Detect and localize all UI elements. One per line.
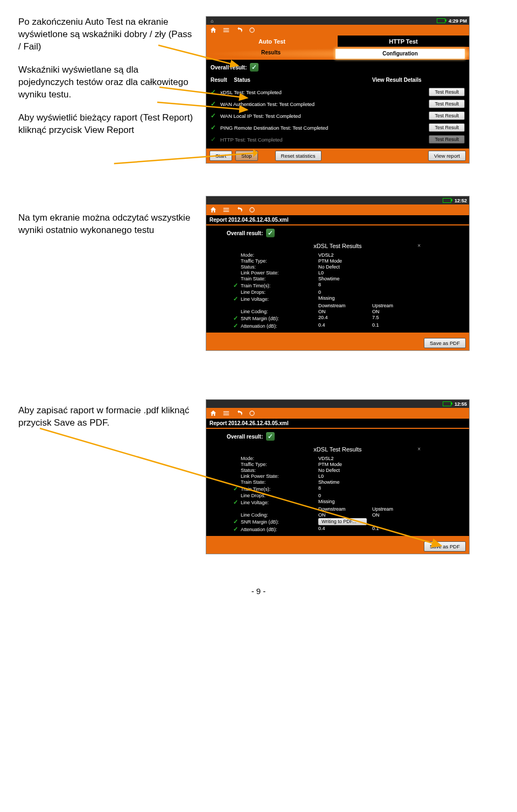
clock: 4:29 PM bbox=[449, 18, 467, 24]
param-value bbox=[372, 290, 421, 295]
menu-icon[interactable] bbox=[222, 409, 230, 417]
circle-icon[interactable] bbox=[248, 206, 256, 214]
param-value: Downstream bbox=[318, 506, 367, 512]
menu-icon[interactable] bbox=[222, 26, 230, 34]
param-value bbox=[372, 270, 421, 276]
back-icon[interactable] bbox=[235, 409, 243, 417]
test-name: WAN Authentication Test: Test Completed bbox=[220, 101, 429, 107]
battery-icon bbox=[443, 198, 451, 203]
param-label: Train State: bbox=[243, 479, 313, 485]
subtab-results[interactable]: Results bbox=[206, 48, 336, 60]
param-value: 0 bbox=[318, 290, 367, 295]
home-icon[interactable] bbox=[209, 26, 217, 34]
param-value: 0.4 bbox=[318, 526, 367, 533]
menu-icon[interactable] bbox=[222, 206, 230, 214]
statusbar: ⌂ 4:29 PM bbox=[206, 17, 469, 25]
param-value: 8 bbox=[318, 485, 367, 492]
close-icon[interactable]: × bbox=[417, 243, 421, 249]
param-value: No Defect bbox=[318, 468, 367, 473]
report-title: Report 2012.04.26.12.43.05.xml bbox=[206, 215, 469, 225]
back-icon[interactable] bbox=[235, 26, 243, 34]
svg-point-0 bbox=[250, 28, 254, 32]
check-icon: ✓ bbox=[233, 322, 241, 329]
top-toolbar bbox=[206, 408, 469, 419]
save-as-pdf-button[interactable]: Save as PDF bbox=[424, 338, 466, 348]
check-icon: ✓ bbox=[211, 124, 220, 131]
tab-http-test[interactable]: HTTP Test bbox=[338, 36, 469, 48]
battery-icon bbox=[437, 18, 445, 23]
overall-label: Overall result: bbox=[227, 230, 263, 236]
param-value bbox=[372, 282, 421, 289]
reset-statistics-button[interactable]: Reset statistics bbox=[275, 151, 322, 161]
param-value: ON bbox=[372, 309, 421, 314]
param-label: Line Drops: bbox=[243, 290, 313, 295]
param-label: ✓SNR Margin (dB): bbox=[243, 518, 313, 525]
param-value: PTM Mode bbox=[318, 462, 367, 467]
param-value bbox=[372, 456, 421, 461]
clock: 12:52 bbox=[455, 198, 467, 203]
param-value bbox=[372, 479, 421, 485]
param-value bbox=[372, 518, 421, 525]
param-value: VDSL2 bbox=[318, 456, 367, 461]
check-icon: ✓ bbox=[233, 518, 241, 525]
circle-icon[interactable] bbox=[248, 26, 256, 34]
view-report-button[interactable]: View report bbox=[428, 151, 466, 161]
param-value: Missing bbox=[318, 499, 367, 506]
param-value: No Defect bbox=[318, 264, 367, 270]
param-value: L0 bbox=[318, 474, 367, 479]
param-value: Upstream bbox=[372, 303, 421, 308]
home-icon[interactable] bbox=[209, 206, 217, 214]
statusbar: 12:52 bbox=[206, 196, 469, 204]
screenshot-report-saving: 12:55 Report 2012.04.26.12.43.05.xml Ove… bbox=[206, 399, 470, 554]
screenshot-report-view: 12:52 Report 2012.04.26.12.43.05.xml Ove… bbox=[206, 196, 470, 351]
tab-auto-test[interactable]: Auto Test bbox=[206, 36, 338, 48]
param-value bbox=[372, 462, 421, 467]
desc-1c: Aby wyświetlić bieżący raport (Test Repo… bbox=[18, 112, 196, 137]
svg-point-5 bbox=[250, 208, 254, 212]
test-name: PING Remote Destination Test: Test Compl… bbox=[220, 125, 429, 131]
desc-1b: Wskaźniki wyświetlane są dla pojedynczyc… bbox=[18, 64, 196, 101]
start-button[interactable]: Start bbox=[209, 151, 232, 161]
desc-1a: Po zakończeniu Auto Test na ekranie wyśw… bbox=[18, 16, 196, 53]
param-value bbox=[372, 485, 421, 492]
param-label: ✓Attenuation (dB): bbox=[243, 526, 313, 533]
param-value: 0 bbox=[318, 493, 367, 498]
test-result-button[interactable]: Test Result bbox=[429, 88, 465, 96]
param-label: Mode: bbox=[243, 456, 313, 461]
subtab-configuration[interactable]: Configuration bbox=[336, 49, 465, 59]
param-value: VDSL2 bbox=[318, 252, 367, 258]
writing-pdf-toast: Writing to PDF... bbox=[318, 518, 367, 525]
check-icon: ✓ bbox=[211, 88, 220, 96]
circle-icon[interactable] bbox=[248, 409, 256, 417]
param-label: Line Coding: bbox=[243, 512, 313, 518]
back-icon[interactable] bbox=[235, 206, 243, 214]
check-icon: ✓ bbox=[211, 136, 220, 143]
test-result-button[interactable]: Test Result bbox=[429, 123, 465, 132]
stop-button[interactable]: Stop bbox=[235, 151, 258, 161]
result-parameters: Mode:VDSL2Traffic Type:PTM ModeStatus:No… bbox=[243, 252, 465, 329]
param-label: ✓SNR Margin (dB): bbox=[243, 315, 313, 322]
param-label: ✓Line Voltage: bbox=[243, 499, 313, 506]
svg-point-6 bbox=[250, 411, 254, 415]
page-number: - 9 - bbox=[18, 587, 499, 596]
param-value: ON bbox=[318, 512, 367, 518]
test-result-button[interactable]: Test Result bbox=[429, 111, 465, 120]
param-value bbox=[372, 258, 421, 264]
test-result-button[interactable]: Test Result bbox=[429, 135, 465, 144]
param-label: Traffic Type: bbox=[243, 462, 313, 467]
param-value bbox=[372, 252, 421, 258]
param-label bbox=[243, 303, 313, 308]
check-icon: ✓ bbox=[211, 112, 220, 119]
close-icon[interactable]: × bbox=[417, 446, 421, 452]
test-result-button[interactable]: Test Result bbox=[429, 100, 465, 108]
param-label: Train State: bbox=[243, 276, 313, 281]
top-toolbar bbox=[206, 204, 469, 215]
param-value: 0.1 bbox=[372, 322, 421, 329]
home-icon[interactable] bbox=[209, 409, 217, 417]
result-parameters: Mode:VDSL2Traffic Type:PTM ModeStatus:No… bbox=[243, 456, 465, 533]
param-label bbox=[243, 506, 313, 512]
save-as-pdf-button[interactable]: Save as PDF bbox=[424, 541, 466, 552]
param-value bbox=[372, 493, 421, 498]
param-value: 7.5 bbox=[372, 315, 421, 322]
param-value bbox=[372, 474, 421, 479]
